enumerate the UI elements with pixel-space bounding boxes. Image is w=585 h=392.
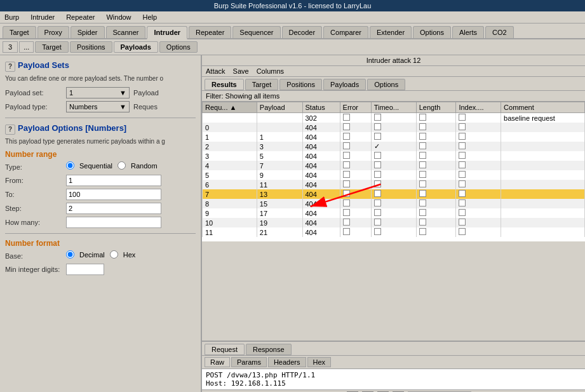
howmany-input[interactable] xyxy=(66,217,161,228)
tab-spider[interactable]: Spider xyxy=(71,26,105,38)
col-timeout[interactable]: Timeo... xyxy=(371,102,416,113)
attack-tab-positions[interactable]: Positions xyxy=(279,79,322,90)
menu-burp[interactable]: Burp xyxy=(3,13,21,22)
sub-tab-options[interactable]: Options xyxy=(159,41,198,53)
table-cell[interactable] xyxy=(203,113,257,123)
tab-sequencer[interactable]: Sequencer xyxy=(232,26,280,38)
decimal-radio[interactable] xyxy=(66,250,74,259)
table-cell xyxy=(501,132,585,142)
menu-repeater[interactable]: Repeater xyxy=(64,13,97,22)
payload-sets-help[interactable]: ? xyxy=(5,62,15,72)
payload-type-select[interactable]: Numbers ▼ xyxy=(66,101,130,112)
table-cell[interactable]: 6 xyxy=(203,180,257,189)
menu-help[interactable]: Help xyxy=(141,13,159,22)
table-cell[interactable]: 8 xyxy=(203,199,257,208)
table-cell[interactable]: 1 xyxy=(203,132,257,142)
tab-target[interactable]: Target xyxy=(3,26,36,38)
req-tab-response[interactable]: Response xyxy=(246,344,292,355)
results-table-container[interactable]: Requ... ▲ Payload Status Error Timeo... … xyxy=(202,102,585,241)
random-radio[interactable] xyxy=(118,161,126,170)
payload-options-help[interactable]: ? xyxy=(5,125,15,135)
from-input[interactable] xyxy=(66,175,161,186)
table-cell[interactable]: 7 xyxy=(203,189,257,199)
table-cell xyxy=(371,113,416,123)
inner-tab-params[interactable]: Params xyxy=(231,357,267,367)
minint-input[interactable] xyxy=(66,264,104,275)
table-cell[interactable]: 17 xyxy=(257,208,302,218)
table-cell[interactable]: 1 xyxy=(257,132,302,142)
table-cell[interactable]: 21 xyxy=(257,227,302,237)
table-cell[interactable]: 5 xyxy=(257,151,302,161)
col-length[interactable]: Length xyxy=(416,102,456,113)
table-cell[interactable]: 9 xyxy=(257,170,302,180)
tab-decoder[interactable]: Decoder xyxy=(282,26,323,38)
table-cell xyxy=(340,189,371,199)
col-comment[interactable]: Comment xyxy=(501,102,585,113)
sub-tab-payloads[interactable]: Payloads xyxy=(114,41,158,53)
attack-tab-target[interactable]: Target xyxy=(245,79,279,90)
attack-tab-payloads[interactable]: Payloads xyxy=(323,79,366,90)
table-cell[interactable] xyxy=(257,123,302,132)
table-cell[interactable]: 13 xyxy=(257,189,302,199)
tab-co2[interactable]: CO2 xyxy=(485,26,514,38)
attack-menu-save[interactable]: Save xyxy=(233,67,249,75)
table-cell xyxy=(501,227,585,237)
tab-intruder[interactable]: Intruder xyxy=(147,26,187,39)
table-cell[interactable]: 11 xyxy=(257,180,302,189)
col-error[interactable]: Error xyxy=(340,102,371,113)
attack-tab-options[interactable]: Options xyxy=(367,79,405,90)
table-cell: baseline request xyxy=(501,113,585,123)
menu-intruder[interactable]: Intruder xyxy=(29,13,57,22)
sub-tab-positions[interactable]: Positions xyxy=(70,41,112,53)
table-cell xyxy=(416,123,456,132)
tab-dots[interactable]: ... xyxy=(19,41,34,53)
table-cell[interactable]: 0 xyxy=(203,123,257,132)
table-cell[interactable]: 19 xyxy=(257,218,302,227)
table-cell[interactable]: 9 xyxy=(203,208,257,218)
tab-alerts[interactable]: Alerts xyxy=(452,26,484,38)
attack-tabs: Results Target Positions Payloads Option… xyxy=(202,77,585,91)
tab-options[interactable]: Options xyxy=(413,26,451,38)
minint-label: Min integer digits: xyxy=(5,266,62,273)
attack-menu-columns[interactable]: Columns xyxy=(257,67,284,75)
table-cell[interactable] xyxy=(257,113,302,123)
to-input[interactable] xyxy=(66,189,161,200)
menu-window[interactable]: Window xyxy=(104,13,133,22)
table-cell[interactable]: 11 xyxy=(203,227,257,237)
col-req[interactable]: Requ... ▲ xyxy=(203,102,257,113)
sequential-radio[interactable] xyxy=(66,161,74,170)
attack-tab-results[interactable]: Results xyxy=(205,79,244,90)
payload-set-select[interactable]: 1 ▼ xyxy=(66,87,130,98)
table-cell: 404 xyxy=(302,208,340,218)
table-cell xyxy=(456,161,501,170)
table-cell[interactable]: 4 xyxy=(203,161,257,170)
tab-proxy[interactable]: Proxy xyxy=(37,26,69,38)
table-cell xyxy=(340,132,371,142)
step-input[interactable] xyxy=(66,203,161,214)
table-cell xyxy=(501,189,585,199)
table-cell[interactable]: 15 xyxy=(257,199,302,208)
inner-tab-hex[interactable]: Hex xyxy=(307,357,332,367)
table-cell[interactable]: 7 xyxy=(257,161,302,170)
tab-extender[interactable]: Extender xyxy=(370,26,412,38)
table-cell xyxy=(371,199,416,208)
table-cell[interactable]: 3 xyxy=(257,142,302,151)
inner-tab-raw[interactable]: Raw xyxy=(205,357,230,367)
table-cell[interactable]: 10 xyxy=(203,218,257,227)
tab-scanner[interactable]: Scanner xyxy=(106,26,146,38)
attack-menu-attack[interactable]: Attack xyxy=(206,67,225,75)
table-cell[interactable]: 5 xyxy=(203,170,257,180)
base-radio-group: Decimal Hex xyxy=(66,250,135,259)
col-index[interactable]: Index.... xyxy=(456,102,501,113)
table-cell[interactable]: 3 xyxy=(203,151,257,161)
table-cell xyxy=(456,142,501,151)
inner-tab-headers[interactable]: Headers xyxy=(268,357,306,367)
tab-repeater[interactable]: Repeater xyxy=(189,26,231,38)
col-payload[interactable]: Payload xyxy=(257,102,302,113)
req-tab-request[interactable]: Request xyxy=(205,344,245,355)
hex-radio[interactable] xyxy=(110,250,118,259)
col-status[interactable]: Status xyxy=(302,102,340,113)
table-cell[interactable]: 2 xyxy=(203,142,257,151)
sub-tab-target[interactable]: Target xyxy=(35,41,69,53)
tab-comparer[interactable]: Comparer xyxy=(323,26,368,38)
